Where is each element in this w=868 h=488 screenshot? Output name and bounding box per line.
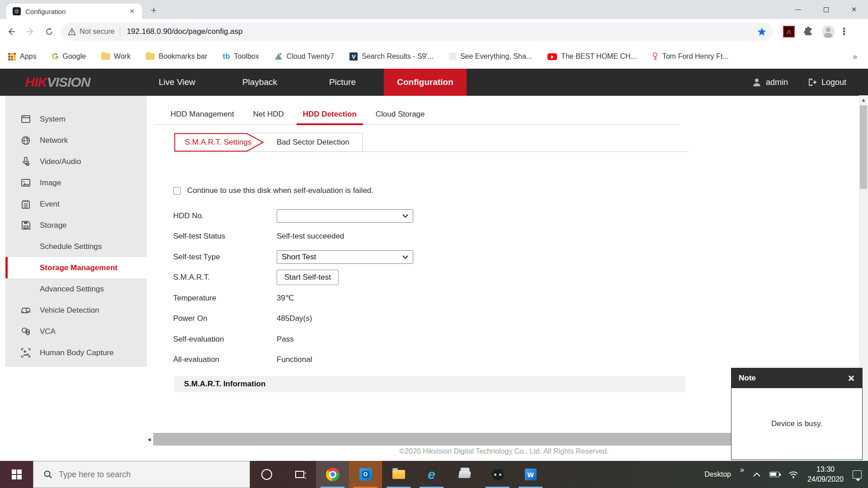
back-button[interactable] <box>4 24 19 39</box>
sidebar-item-system[interactable]: System <box>5 108 147 130</box>
taskbar-word-button[interactable]: W <box>514 461 547 488</box>
taskbar-snip-button[interactable] <box>448 461 481 488</box>
sidebar-item-storage[interactable]: Storage <box>5 215 147 236</box>
sidebar-item-storage-management[interactable]: Storage Management <box>5 257 147 278</box>
taskbar-file-explorer-button[interactable] <box>382 461 415 488</box>
bookmark-best-home[interactable]: The BEST HOME CH... <box>547 52 637 61</box>
tab-net-hdd[interactable]: Net HDD <box>247 104 290 125</box>
hidden-icons-chevron[interactable] <box>753 472 760 477</box>
start-button[interactable] <box>0 461 33 488</box>
sidebar-item-image[interactable]: Image <box>5 172 147 193</box>
taskbar-search-box[interactable] <box>33 461 250 488</box>
sidebar-item-advanced-settings[interactable]: Advanced Settings <box>5 278 147 300</box>
bookmark-star-icon[interactable] <box>757 27 767 37</box>
scroll-up-arrow-icon[interactable]: ▲ <box>859 95 868 104</box>
browser-menu-icon[interactable]: ••• <box>843 28 845 36</box>
app-nav: Live View Playback Picture Configuration <box>136 69 467 96</box>
hikvision-logo: HIKVISION <box>0 75 136 90</box>
tab-hdd-management[interactable]: HDD Management <box>164 104 241 125</box>
word-icon: W <box>525 469 537 480</box>
scroll-left-arrow-icon[interactable]: ◄ <box>146 432 153 446</box>
bookmark-search-results[interactable]: V Search Results - S9'... <box>349 52 434 61</box>
note-close-icon[interactable]: ✕ <box>848 373 855 384</box>
restore-icon <box>824 7 829 12</box>
vertical-scrollbar-thumb[interactable] <box>860 105 867 189</box>
nav-configuration[interactable]: Configuration <box>384 69 467 96</box>
action-center-icon[interactable] <box>853 470 862 479</box>
tab-close-icon[interactable]: ✕ <box>127 7 137 16</box>
security-label[interactable]: Not secure <box>80 28 114 36</box>
horizontal-scrollbar-thumb[interactable] <box>153 433 734 446</box>
sidebar-item-schedule-settings[interactable]: Schedule Settings <box>5 236 147 257</box>
v-icon: V <box>349 52 358 61</box>
taskbar-internet-explorer-button[interactable]: e <box>415 461 448 488</box>
taskbar-outlook-button[interactable]: O <box>349 461 382 488</box>
cortana-button[interactable] <box>250 461 283 488</box>
bookmark-google[interactable]: G Google <box>52 52 85 61</box>
task-view-icon <box>295 471 304 478</box>
adobe-acrobat-extension-icon[interactable]: Λ <box>783 26 795 38</box>
snip-tool-icon <box>458 471 471 478</box>
start-self-test-button[interactable]: Start Self-test <box>277 270 339 285</box>
nav-picture[interactable]: Picture <box>301 69 384 96</box>
chrome-icon <box>326 468 340 481</box>
close-button[interactable]: ✕ <box>840 0 868 19</box>
user-area: admin Logout <box>752 78 868 87</box>
sidebar-item-human-body-capture[interactable]: Human Body Capture <box>5 342 147 363</box>
url-text[interactable]: 192.168.0.90/doc/page/config.asp <box>127 27 753 36</box>
reload-button[interactable] <box>42 24 57 39</box>
note-popup-header: Note ✕ <box>731 368 862 388</box>
sidebar-item-vca[interactable]: VCA <box>5 321 147 342</box>
continue-checkbox-label: Continue to use this disk when self-eval… <box>187 186 373 195</box>
hdd-no-select[interactable] <box>277 209 413 223</box>
bookmark-toolbox[interactable]: tb Toolbox <box>222 52 259 61</box>
search-input[interactable] <box>59 470 231 479</box>
nav-live-view[interactable]: Live View <box>136 69 218 96</box>
note-title: Note <box>739 374 756 383</box>
sidebar-item-network[interactable]: Network <box>5 130 147 151</box>
extensions-puzzle-icon[interactable] <box>803 26 814 37</box>
subtab-smart-settings[interactable]: S.M.A.R.T. Settings <box>174 133 264 152</box>
logout-button[interactable]: Logout <box>808 78 846 87</box>
taskbar-clock[interactable]: 13:30 24/09/2020 <box>807 465 844 484</box>
task-view-button[interactable] <box>283 461 316 488</box>
battery-icon[interactable] <box>769 472 779 477</box>
microphone-icon <box>21 157 31 166</box>
sidebar-item-event[interactable]: Event <box>5 193 147 215</box>
taskbar-bot-app-button[interactable] <box>481 461 514 488</box>
restore-button[interactable] <box>812 0 840 19</box>
bookmark-cloud-twenty7[interactable]: Cloud Twenty7 <box>274 52 335 61</box>
tab-hdd-detection[interactable]: HDD Detection <box>297 104 363 125</box>
browser-tab[interactable]: Configuration ✕ <box>6 4 142 19</box>
screen: Configuration ✕ + ✕ Not secure 192.168.0… <box>0 0 868 488</box>
bookmark-bookmarks-bar-folder[interactable]: Bookmarks bar <box>146 52 208 61</box>
continue-checkbox[interactable] <box>173 187 181 195</box>
bookmark-see-everything[interactable]: See Everything, Sha... <box>449 52 532 61</box>
minimize-button[interactable] <box>784 0 812 19</box>
profile-avatar[interactable] <box>822 25 835 38</box>
desktop-toolbar-label[interactable]: Desktop <box>704 470 731 479</box>
omnibox-divider <box>120 27 120 36</box>
bookmark-tom-ford[interactable]: Tom Ford Henry Ft... <box>652 52 729 61</box>
bookmark-work[interactable]: Work <box>101 52 131 61</box>
bookmarks-overflow-chevron[interactable]: » <box>853 52 857 61</box>
subtab-bad-sector-detection[interactable]: Bad Sector Detection <box>250 133 363 152</box>
nav-playback[interactable]: Playback <box>218 69 301 96</box>
omnibox[interactable]: Not secure 192.168.0.90/doc/page/config.… <box>61 23 773 41</box>
bookmark-apps[interactable]: Apps <box>8 52 36 61</box>
forward-icon <box>26 27 35 36</box>
wifi-icon[interactable] <box>788 471 798 479</box>
self-test-type-select[interactable]: Short Test <box>277 250 413 264</box>
sidebar-item-vehicle-detection[interactable]: Vehicle Detection <box>5 300 147 321</box>
taskbar-chrome-button[interactable] <box>316 461 349 488</box>
tray-overflow-chevron[interactable]: » <box>740 466 744 474</box>
all-evaluation-value: Functional <box>277 355 312 364</box>
vca-icon <box>21 327 31 336</box>
sidebar: System Network Video/Audio Image Event S… <box>5 96 147 367</box>
new-tab-button[interactable]: + <box>147 5 160 17</box>
taskbar: O e W Desktop » 13:30 24/09/2020 <box>0 461 868 488</box>
tab-cloud-storage[interactable]: Cloud Storage <box>369 104 431 125</box>
sidebar-item-video-audio[interactable]: Video/Audio <box>5 151 147 172</box>
window-controls: ✕ <box>784 0 868 19</box>
forward-button[interactable] <box>23 24 38 39</box>
